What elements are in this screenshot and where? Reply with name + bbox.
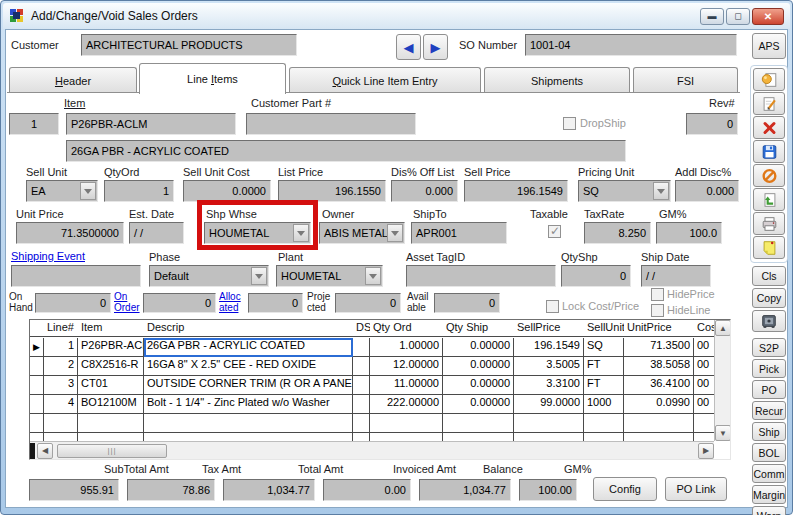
tab-header[interactable]: Header [9, 67, 137, 93]
taxable-checkbox[interactable] [548, 225, 561, 238]
shipping-event-link[interactable]: Shipping Event [11, 250, 85, 262]
column-header-sell_unit[interactable]: SellUnit [584, 320, 624, 336]
recur-button[interactable]: Recur [752, 401, 786, 420]
owner-select[interactable]: ABIS METAL S [319, 222, 405, 244]
cell-descrip[interactable]: Bolt - 1 1/4" - Zinc Plated w/o Washer [144, 395, 353, 414]
customer-part-field[interactable] [246, 113, 416, 135]
cell-sell_unit[interactable]: 1000 [584, 395, 624, 414]
cell-unit_price[interactable] [624, 433, 694, 441]
cell-item[interactable] [78, 414, 144, 433]
cell-descrip[interactable]: OUTSIDE CORNER TRIM (R OR A PANELS) [144, 376, 353, 395]
row-marker[interactable] [30, 433, 44, 441]
pricing-unit-select[interactable]: SQ [578, 180, 671, 202]
chevron-down-icon[interactable] [251, 267, 267, 285]
cell-qty_ship[interactable] [443, 433, 514, 441]
column-header-unit_price[interactable]: UnitPrice [624, 320, 694, 336]
cell-unit_price[interactable]: 0.0990 [624, 395, 694, 414]
ship-date-field[interactable]: / / [641, 265, 711, 287]
qty-shp-field[interactable]: 0 [561, 265, 631, 287]
cell-qty_ord[interactable]: 11.00000 [370, 376, 443, 395]
cell-ds[interactable] [353, 357, 370, 376]
cell-line[interactable]: 4 [44, 395, 78, 414]
sell-price-field[interactable]: 196.1549 [464, 180, 568, 202]
cell-unit_price[interactable]: 36.4100 [624, 376, 694, 395]
sell-unit-select[interactable]: EA [26, 180, 98, 202]
cell-sell_unit[interactable] [584, 414, 624, 433]
cell-ds[interactable] [353, 395, 370, 414]
cell-cost[interactable] [694, 414, 714, 433]
table-row[interactable]: 2C8X2516-R16GA 8" X 2.5" CEE - RED OXIDE… [30, 357, 714, 376]
cell-sell_unit[interactable]: FT [584, 357, 624, 376]
table-row[interactable] [30, 414, 714, 433]
lookup-button[interactable] [753, 68, 785, 91]
row-marker[interactable] [30, 376, 44, 395]
config-button[interactable]: Config [593, 477, 657, 501]
list-price-field[interactable]: 196.1550 [278, 180, 386, 202]
cell-qty_ord[interactable] [370, 433, 443, 441]
cell-descrip[interactable] [144, 433, 353, 441]
dropship-checkbox[interactable] [563, 117, 576, 130]
export-button[interactable] [753, 188, 785, 211]
cell-sell_unit[interactable]: FT [584, 376, 624, 395]
cell-qty_ship[interactable]: 0.00000 [443, 376, 514, 395]
cell-cost[interactable]: 00 [694, 395, 714, 414]
cell-qty_ship[interactable]: 0.00000 [443, 357, 514, 376]
phase-select[interactable]: Default [149, 265, 269, 287]
vertical-scrollbar[interactable]: ▲ ▼ [714, 320, 730, 441]
ship-to-field[interactable]: APR001 [411, 222, 507, 244]
note-button[interactable] [753, 236, 785, 259]
addl-disc-field[interactable]: 0.000 [675, 180, 739, 202]
cell-line[interactable] [44, 414, 78, 433]
cell-ds[interactable] [353, 376, 370, 395]
cell-qty_ord[interactable]: 1.00000 [370, 338, 443, 357]
chevron-down-icon[interactable] [80, 182, 96, 200]
next-record-button[interactable]: ▶ [423, 34, 448, 60]
table-row[interactable]: 3CT01OUTSIDE CORNER TRIM (R OR A PANELS)… [30, 376, 714, 395]
aps-button[interactable]: APS [752, 33, 786, 59]
row-marker[interactable] [30, 414, 44, 433]
scrollbar-thumb[interactable]: ||| [57, 444, 167, 458]
qty-ord-field[interactable]: 1 [104, 180, 174, 202]
lock-cost-price-checkbox[interactable] [546, 300, 559, 313]
cell-descrip[interactable]: 26GA PBR - ACRYLIC COATED [144, 338, 353, 357]
est-date-field[interactable]: / / [129, 222, 184, 244]
cell-cost[interactable]: 00 [694, 338, 714, 357]
column-header-qty_ship[interactable]: Qty Ship [443, 320, 514, 336]
rev-field[interactable]: 0 [686, 113, 738, 135]
chevron-down-icon[interactable] [365, 267, 381, 285]
row-marker-current[interactable]: ▶ [30, 338, 44, 357]
hide-line-checkbox[interactable] [651, 304, 664, 317]
cell-item[interactable] [78, 433, 144, 441]
po-button[interactable]: PO [752, 380, 786, 399]
row-marker[interactable] [30, 395, 44, 414]
shipping-event-field[interactable] [11, 265, 141, 287]
print-button[interactable] [753, 212, 785, 235]
plant-select[interactable]: HOUMETAL [276, 265, 383, 287]
on-order-link[interactable]: OnOrder [114, 291, 140, 313]
customer-field[interactable]: ARCHITECTURAL PRODUCTS [81, 34, 297, 56]
gm-field[interactable]: 100.0 [656, 222, 722, 244]
table-row[interactable] [30, 433, 714, 441]
cell-item[interactable]: C8X2516-R [78, 357, 144, 376]
cell-qty_ord[interactable] [370, 414, 443, 433]
scroll-up-icon[interactable]: ▲ [715, 320, 731, 336]
copy-button[interactable]: Copy [752, 288, 786, 308]
tab-fsi[interactable]: FSI [633, 67, 738, 93]
table-row[interactable]: ▶1P26PBR-ACLM26GA PBR - ACRYLIC COATED1.… [30, 338, 714, 357]
cell-cost[interactable]: 00 [694, 357, 714, 376]
cell-qty_ship[interactable] [443, 414, 514, 433]
cell-qty_ship[interactable]: 0.00000 [443, 338, 514, 357]
cell-unit_price[interactable] [624, 414, 694, 433]
chevron-down-icon[interactable] [387, 224, 403, 242]
cell-item[interactable]: BO12100M [78, 395, 144, 414]
cell-ds[interactable] [353, 414, 370, 433]
cell-sell_price[interactable] [514, 433, 584, 441]
hide-price-checkbox[interactable] [651, 288, 664, 301]
margin-button[interactable]: Margin [752, 485, 786, 504]
cls-button[interactable]: Cls [752, 266, 786, 286]
tab-line-items[interactable]: Line Items [139, 63, 286, 94]
cell-sell_price[interactable]: 3.3100 [514, 376, 584, 395]
cell-qty_ord[interactable]: 12.00000 [370, 357, 443, 376]
column-header-cost[interactable]: Cos [694, 320, 716, 336]
column-header-line[interactable]: Line# [44, 320, 78, 336]
